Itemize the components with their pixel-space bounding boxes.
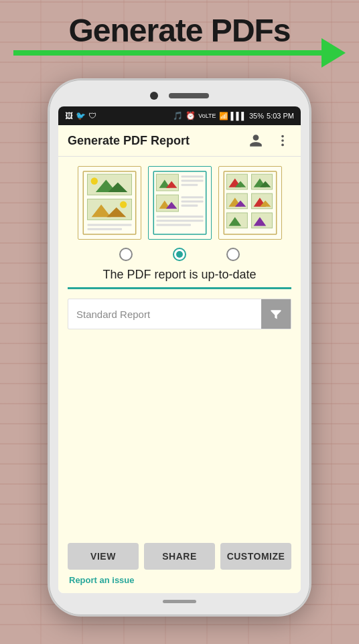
status-wifi: 📶 (219, 112, 228, 120)
main-content: The PDF report is up-to-date Standard Re… (58, 157, 301, 535)
filter-button[interactable] (261, 299, 291, 329)
report-issue-link[interactable]: Report an issue (68, 575, 291, 585)
svg-point-1 (281, 139, 284, 142)
phone-screen: 🖼 🐦 🛡 🎵 ⏰ VoLTE 📶 ▌▌▌ 35% 5:03 PM Genera… (58, 106, 301, 593)
status-left-icons: 🖼 🐦 🛡 (65, 111, 96, 120)
account-icon[interactable] (247, 132, 265, 149)
svg-rect-29 (156, 224, 191, 226)
radio-btn-2[interactable] (173, 248, 186, 261)
template-row (68, 166, 291, 240)
filter-label: Standard Report (68, 302, 261, 327)
status-signal: ▌▌▌ (231, 112, 246, 120)
status-icon-twitter: 🐦 (76, 111, 86, 120)
action-buttons: VIEW SHARE CUSTOMIZE (68, 543, 291, 570)
home-indicator (163, 600, 196, 603)
more-vert-icon[interactable] (274, 132, 291, 149)
svg-rect-24 (181, 196, 203, 198)
speaker-bar (169, 93, 209, 98)
radio-btn-3[interactable] (226, 248, 240, 261)
arrow-line (13, 50, 321, 56)
template-card-3[interactable] (218, 166, 282, 240)
radio-row (119, 248, 240, 261)
svg-rect-18 (181, 175, 203, 177)
arrow-head (321, 38, 346, 68)
view-button[interactable]: VIEW (68, 543, 139, 570)
app-bar-icons (247, 132, 291, 149)
svg-rect-19 (181, 179, 203, 181)
svg-rect-13 (87, 228, 122, 230)
template-card-1[interactable] (78, 166, 141, 240)
filter-row[interactable]: Standard Report (68, 299, 291, 329)
radio-btn-1[interactable] (119, 248, 133, 261)
svg-rect-21 (156, 195, 178, 212)
status-volte: VoLTE (198, 113, 216, 119)
bottom-bar: VIEW SHARE CUSTOMIZE Report an issue (58, 535, 301, 593)
share-button[interactable]: SHARE (144, 543, 215, 570)
app-bar-title: Generate PDF Report (68, 134, 247, 148)
svg-rect-27 (156, 216, 203, 218)
svg-rect-12 (87, 224, 131, 226)
app-bar: Generate PDF Report (58, 125, 301, 157)
svg-point-7 (90, 177, 97, 184)
header-banner: Generate PDFs (0, 0, 359, 56)
template-card-2[interactable] (148, 166, 212, 240)
svg-rect-25 (181, 200, 203, 202)
svg-rect-28 (156, 220, 203, 222)
status-icon-alarm: ⏰ (186, 111, 196, 120)
svg-point-2 (281, 144, 284, 147)
status-message: The PDF report is up-to-date (96, 268, 263, 282)
progress-bar-fill (68, 287, 291, 289)
phone-frame: 🖼 🐦 🛡 🎵 ⏰ VoLTE 📶 ▌▌▌ 35% 5:03 PM Genera… (49, 80, 310, 615)
status-icon-photo: 🖼 (65, 111, 73, 120)
svg-rect-26 (181, 205, 198, 207)
status-right-icons: 🎵 ⏰ VoLTE 📶 ▌▌▌ 35% 5:03 PM (173, 111, 294, 120)
status-time: 5:03 PM (267, 112, 294, 120)
status-bar: 🖼 🐦 🛡 🎵 ⏰ VoLTE 📶 ▌▌▌ 35% 5:03 PM (58, 106, 301, 125)
camera-dot (150, 92, 158, 100)
progress-bar-track (68, 287, 291, 289)
svg-point-11 (119, 201, 126, 208)
svg-rect-15 (156, 174, 178, 191)
customize-button[interactable]: CUSTOMIZE (220, 543, 291, 570)
svg-point-0 (281, 135, 284, 138)
phone-top-bar (58, 89, 301, 106)
svg-rect-20 (181, 184, 198, 186)
status-icon-shield: 🛡 (88, 111, 96, 120)
phone-bottom-bar (58, 593, 301, 606)
status-icon-bt: 🎵 (173, 111, 183, 120)
status-battery-pct: 35% (249, 112, 264, 120)
arrow-decoration (13, 38, 346, 68)
